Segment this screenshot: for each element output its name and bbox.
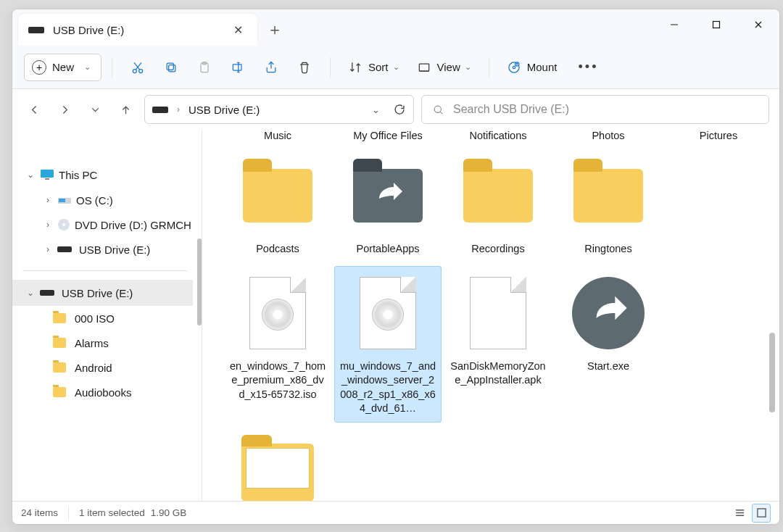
sort-button[interactable]: Sort ⌄ [341,53,407,82]
sort-label: Sort [368,61,389,73]
refresh-icon[interactable] [393,103,406,116]
sidebar-scrollbar[interactable] [197,238,202,325]
svg-rect-8 [169,65,175,71]
svg-point-28 [62,223,65,226]
svg-rect-1 [713,22,720,28]
paste-button[interactable] [189,53,220,82]
mount-button[interactable]: Mount [500,53,565,82]
tab-usb-drive[interactable]: USB Drive (E:) ✕ [18,14,257,46]
share-button[interactable] [256,53,286,82]
folder-shortcut-icon [353,169,423,223]
item-portableapps[interactable]: PortableApps [334,149,442,263]
file-icon [470,277,526,349]
item-label[interactable]: Music [224,130,331,141]
tree-usb-e-top[interactable]: › USB Drive (E:) [12,237,197,262]
item-label[interactable]: Notifications [444,130,552,141]
tree-dvd-d[interactable]: › DVD Drive (D:) GRMCH [12,212,197,237]
svg-line-22 [440,112,442,114]
item-000-iso-folder[interactable]: 000 ISO [224,425,331,501]
item-start-exe[interactable]: Start.exe [555,266,662,423]
exe-icon [572,277,645,349]
iso-file-icon [360,277,416,349]
back-button[interactable] [22,98,46,121]
status-selection: 1 item selected [79,507,145,518]
svg-rect-9 [167,63,173,70]
icons-view-button[interactable] [752,504,771,523]
search-box[interactable]: Search USB Drive (E:) [421,95,769,124]
titlebar: USB Drive (E:) ✕ ＋ [12,9,779,46]
tab-title: USB Drive (E:) [53,24,229,36]
plus-icon: + [32,60,46,75]
details-view-button[interactable] [730,504,749,523]
iso-file-icon [249,277,306,349]
items-view[interactable]: Music My Office Files Notifications Phot… [202,130,779,501]
new-button[interactable]: + New ⌄ [24,54,102,81]
folder-icon [241,444,314,501]
folder-icon [243,169,312,223]
tree-this-pc[interactable]: ⌄ This PC [12,162,197,188]
svg-point-5 [139,69,143,72]
file-explorer-window: USB Drive (E:) ✕ ＋ + New ⌄ Sort ⌄ [12,9,780,525]
copy-button[interactable] [156,53,186,82]
chevron-down-icon[interactable]: ⌄ [25,170,36,180]
delete-button[interactable] [289,53,320,82]
recent-button[interactable] [83,98,107,121]
volume-icon [57,246,72,252]
tree-000-iso[interactable]: 000 ISO [12,306,197,331]
chevron-down-icon[interactable]: ⌄ [25,288,36,298]
chevron-down-icon[interactable]: ⌄ [372,104,380,115]
navigation-row: › USB Drive (E:) ⌄ Search USB Drive (E:) [12,89,779,130]
svg-point-4 [133,69,136,72]
item-recordings[interactable]: Recordings [444,149,552,263]
maximize-button[interactable] [695,9,737,40]
svg-rect-32 [757,509,765,517]
folder-icon [463,169,533,223]
status-item-count: 24 items [21,507,58,518]
item-label[interactable]: Photos [555,130,662,141]
folder-icon [53,338,66,348]
volume-icon [28,27,44,33]
chevron-right-icon[interactable]: › [43,244,53,254]
tree-usb-e[interactable]: ⌄ USB Drive (E:) [12,280,193,306]
item-mu-windows-7-iso[interactable]: mu_windows_7_and_windows_server_2008_r2_… [334,266,442,423]
new-tab-button[interactable]: ＋ [257,14,292,46]
monitor-icon [40,169,54,180]
minimize-button[interactable] [653,9,695,40]
folder-icon [573,169,643,223]
cut-button[interactable] [123,53,153,82]
forward-button[interactable] [53,98,76,121]
content-scrollbar[interactable] [769,333,775,412]
close-tab-icon[interactable]: ✕ [229,19,247,41]
tree-android[interactable]: Android [12,355,197,380]
disc-icon [57,218,70,231]
rename-button[interactable] [223,53,253,82]
folder-icon [53,313,66,323]
more-button[interactable]: ••• [573,53,603,82]
breadcrumb[interactable]: USB Drive (E:) [188,104,260,116]
svg-rect-23 [41,170,54,178]
navigation-pane: ⌄ This PC › OS (C:) › DVD Drive (D:) GRM… [12,130,202,501]
tree-audiobooks[interactable]: Audiobooks [12,380,197,404]
tree-alarms[interactable]: Alarms [12,331,197,355]
svg-rect-16 [419,64,428,71]
svg-point-21 [434,106,441,112]
item-label[interactable]: My Office Files [334,130,442,141]
address-bar[interactable]: › USB Drive (E:) ⌄ [144,95,414,124]
item-ringtones[interactable]: Ringtones [555,149,662,263]
volume-icon [152,107,168,113]
item-en-windows-7-iso[interactable]: en_windows_7_home_premium_x86_dvd_x15-65… [224,266,331,423]
mount-label: Mount [527,61,558,73]
breadcrumb-separator: › [177,104,180,115]
item-podcasts[interactable]: Podcasts [224,149,331,263]
item-sandisk-apk[interactable]: SanDiskMemoryZone_AppInstaller.apk [444,266,552,423]
status-bar: 24 items 1 item selected 1.90 GB [12,501,779,524]
chevron-right-icon[interactable]: › [43,220,53,230]
tree-os-c[interactable]: › OS (C:) [12,188,197,212]
view-button[interactable]: View ⌄ [410,53,478,82]
item-label[interactable]: Pictures [665,130,772,141]
close-button[interactable] [737,9,779,40]
chevron-right-icon[interactable]: › [43,195,53,205]
up-button[interactable] [114,98,137,121]
svg-rect-12 [233,64,241,70]
status-size: 1.90 GB [151,507,187,518]
